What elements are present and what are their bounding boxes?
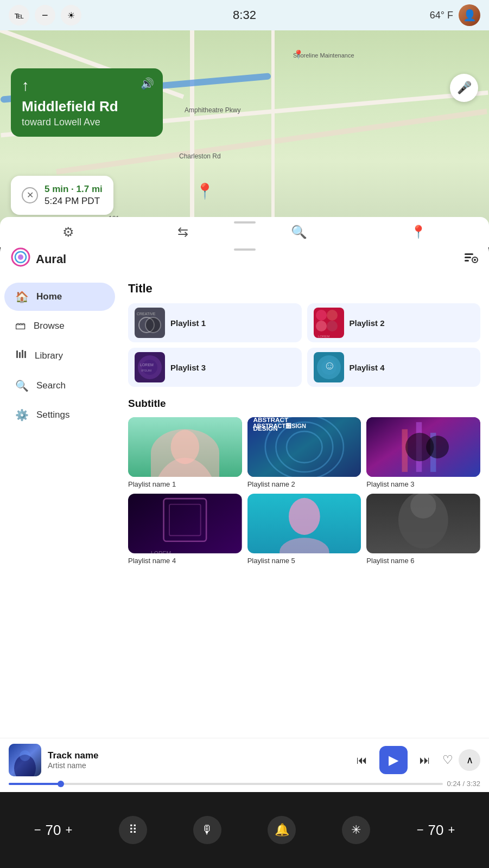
svg-rect-5 (465, 260, 469, 261)
category-card-6[interactable]: Playlist name 6 (366, 494, 480, 565)
progress-track[interactable] (9, 783, 443, 785)
prev-button[interactable]: ⏮ (350, 748, 374, 772)
player-controls: ⏮ ▶ ⏭ ♡ ∧ (350, 746, 480, 774)
progress-bar[interactable]: 0:24 / 3:32 (9, 780, 480, 788)
vol-left-minus[interactable]: − (34, 823, 41, 837)
pin-icon[interactable]: 📍 (410, 225, 427, 240)
sidebar-item-settings[interactable]: ⚙️ Settings (4, 401, 115, 429)
app-name: Aural (36, 252, 66, 266)
svg-point-2 (18, 254, 23, 260)
eta-close-button[interactable]: ✕ (22, 187, 38, 203)
sidebar-item-library[interactable]: Library (4, 341, 115, 371)
search-nav-icon: 🔍 (15, 379, 29, 392)
svg-point-25 (142, 360, 157, 375)
map-label-amphitheatre: Amphitheatre Pkwy (185, 106, 240, 114)
next-button[interactable]: ⏭ (413, 748, 437, 772)
svg-text:DESIGN: DESIGN (253, 425, 277, 432)
main-content: Title CREATIVE Playlist 1 (119, 276, 489, 792)
category-name-3: Playlist name 3 (366, 480, 480, 488)
vol-left-value: 70 (46, 822, 61, 839)
fan-button[interactable]: ✳ (342, 816, 370, 844)
svg-point-33 (153, 458, 217, 477)
svg-point-52 (289, 498, 320, 535)
route-icon[interactable]: ⇆ (177, 225, 188, 240)
svg-rect-8 (16, 350, 18, 358)
avatar[interactable]: 👤 (459, 4, 480, 26)
search-icon[interactable]: 🔍 (291, 225, 307, 240)
dots-button[interactable]: ⠿ (119, 816, 147, 844)
nav-arrow-icon: ↑ (22, 77, 152, 94)
home-icon: 🏠 (15, 290, 29, 303)
nav-toward: toward Lowell Ave (22, 117, 152, 128)
category-card-5[interactable]: Playlist name 5 (247, 494, 361, 565)
category-card-4[interactable]: LOREM Playlist name 4 (128, 494, 242, 565)
bell-button[interactable]: 🔔 (268, 816, 296, 844)
brightness-icon[interactable]: ☀ (61, 5, 81, 25)
music-app-drag-handle (234, 248, 256, 251)
svg-rect-4 (465, 257, 471, 258)
playlist-name-2: Playlist 2 (350, 318, 385, 328)
track-thumbnail (9, 744, 41, 776)
playlist-name-4: Playlist 4 (350, 363, 385, 372)
eta-card: ✕ 5 min · 1.7 mi 5:24 PM PDT (11, 176, 113, 215)
sidebar-label-library: Library (35, 350, 63, 361)
status-left: ℡ ⎼ ☀ (9, 5, 81, 25)
playlist-name-3: Playlist 3 (170, 363, 206, 372)
section-title: Title (128, 282, 480, 296)
vol-right-minus[interactable]: − (417, 823, 424, 837)
category-name-6: Playlist name 6 (366, 557, 480, 565)
category-card-1[interactable]: Playlist name 1 (128, 417, 242, 488)
progress-time: 0:24 / 3:32 (447, 780, 480, 788)
svg-point-17 (316, 310, 327, 321)
sidebar-item-home[interactable]: 🏠 Home (4, 283, 115, 311)
playlist-card-2[interactable]: LOREM IPSUM Playlist 2 (307, 303, 481, 342)
play-button[interactable]: ▶ (379, 746, 408, 774)
category-name-5: Playlist name 5 (247, 557, 361, 565)
app-logo: Aural (11, 247, 66, 271)
map-label-charleston: Charleston Rd (179, 152, 221, 160)
mic-button[interactable]: 🎙 (193, 816, 221, 844)
sidebar-label-search: Search (36, 380, 66, 391)
category-card-2[interactable]: ABSTRACT DESIGN Playlist name 2 (247, 417, 361, 488)
now-playing-main: Track name Artist name ⏮ ▶ ⏭ ♡ ∧ (9, 744, 480, 776)
status-time: 8:32 (233, 8, 256, 22)
map-background: 📍 Amphitheatre Pkwy Charleston Rd Shorel… (0, 30, 489, 247)
sidebar-item-browse[interactable]: 🗃 Browse (4, 312, 115, 340)
svg-rect-47 (128, 494, 242, 553)
category-img-3 (366, 417, 480, 477)
category-img-2: ABSTRACT DESIGN (247, 417, 361, 477)
playlist-card-3[interactable]: LOREM IPSUM Playlist 3 (128, 348, 302, 387)
svg-point-20 (327, 321, 338, 331)
vol-left-plus[interactable]: + (65, 823, 72, 837)
bluetooth-icon[interactable]: ℡ (9, 5, 29, 25)
svg-point-19 (316, 321, 327, 331)
vol-right-plus[interactable]: + (448, 823, 455, 837)
map-label-pin: 📍 (293, 49, 304, 60)
playlist-name-1: Playlist 1 (170, 318, 206, 328)
playlist-card-4[interactable]: ☺ Playlist 4 (307, 348, 481, 387)
settings-icon[interactable]: ⚙ (62, 225, 74, 240)
svg-rect-11 (24, 351, 26, 358)
category-img-4: LOREM (128, 494, 242, 553)
nav-sound-icon[interactable]: 🔊 (141, 77, 154, 90)
category-card-3[interactable]: Playlist name 3 (366, 417, 480, 488)
svg-text:LOREM: LOREM (151, 551, 171, 553)
svg-point-59 (20, 750, 30, 761)
sidebar-item-search[interactable]: 🔍 Search (4, 372, 115, 400)
svg-rect-9 (19, 352, 21, 358)
status-right: 64° F 👤 (430, 4, 480, 26)
library-icon (15, 348, 27, 363)
svg-text:CREATIVE: CREATIVE (137, 312, 156, 316)
playlist-thumb-1: CREATIVE (135, 308, 165, 338)
queue-icon[interactable] (463, 250, 478, 269)
svg-rect-10 (22, 350, 23, 358)
category-img-1 (128, 417, 242, 477)
expand-button[interactable]: ∧ (459, 749, 480, 771)
playlist-card-1[interactable]: CREATIVE Playlist 1 (128, 303, 302, 342)
svg-point-18 (327, 310, 338, 321)
progress-fill (9, 783, 61, 785)
map-mic-button[interactable]: 🎤 (450, 74, 478, 102)
navigation-card: ↑ Middlefield Rd toward Lowell Ave 🔊 (11, 68, 163, 137)
like-button[interactable]: ♡ (442, 753, 453, 767)
volume-left-control: − 70 + (34, 822, 73, 839)
